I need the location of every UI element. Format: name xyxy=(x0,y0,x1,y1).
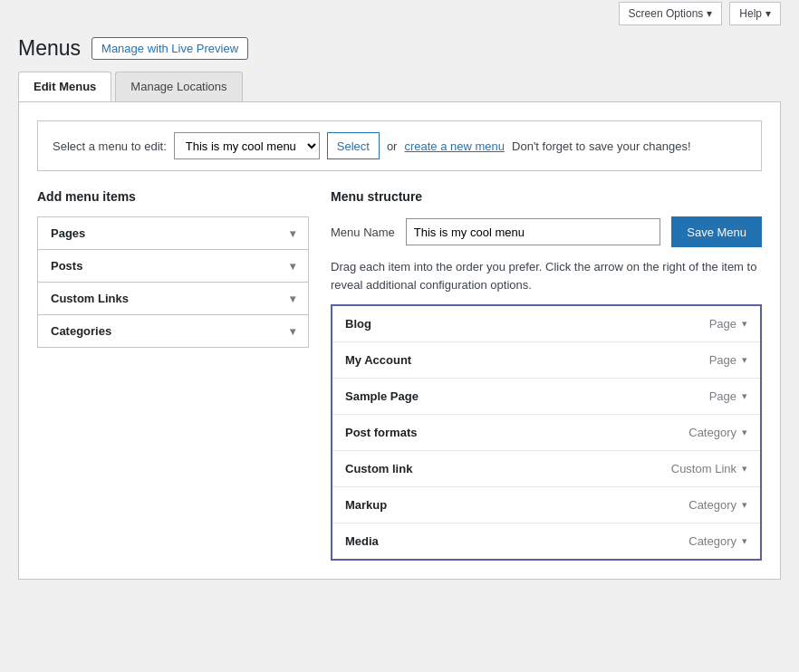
chevron-down-icon-custom-link: ▾ xyxy=(742,463,747,475)
screen-options-button[interactable]: Screen Options ▾ xyxy=(619,2,723,25)
top-bar: Screen Options ▾ Help ▾ xyxy=(0,0,799,27)
menu-item-type-blog: Page ▾ xyxy=(709,317,747,331)
accordion-label-pages: Pages xyxy=(51,226,85,240)
menu-item-type-markup: Category ▾ xyxy=(688,498,747,512)
accordion-header-categories[interactable]: Categories ▾ xyxy=(38,315,308,347)
menu-item-label-custom-link: Custom link xyxy=(345,462,412,475)
menu-item-my-account[interactable]: My Account Page ▾ xyxy=(332,342,760,379)
accordion-arrow-categories: ▾ xyxy=(290,325,295,338)
menu-item-label-my-account: My Account xyxy=(345,353,411,367)
save-menu-button[interactable]: Save Menu xyxy=(671,216,762,247)
accordion-label-categories: Categories xyxy=(51,324,111,338)
menu-name-row: Menu Name Save Menu xyxy=(331,216,762,247)
chevron-down-icon-sample-page: ▾ xyxy=(742,390,747,402)
chevron-down-icon-my-account: ▾ xyxy=(742,354,747,366)
accordion: Pages ▾ Posts ▾ Custom Links ▾ xyxy=(37,216,309,348)
help-button[interactable]: Help ▾ xyxy=(729,2,781,25)
hint-text: Don't forget to save your changes! xyxy=(512,139,691,153)
select-menu-bar: Select a menu to edit: This is my cool m… xyxy=(37,120,762,171)
menu-item-custom-link[interactable]: Custom link Custom Link ▾ xyxy=(332,451,760,487)
chevron-down-icon-media: ▾ xyxy=(742,535,747,547)
menu-item-type-text-media: Category xyxy=(688,534,736,548)
live-preview-button[interactable]: Manage with Live Preview xyxy=(91,37,248,60)
menu-item-type-text-blog: Page xyxy=(709,317,736,331)
page-title-row: Menus Manage with Live Preview xyxy=(18,36,781,61)
add-menu-items-panel: Add menu items Pages ▾ Posts ▾ xyxy=(37,189,309,348)
menu-name-input[interactable] xyxy=(406,218,660,245)
drag-hint: Drag each item into the order you prefer… xyxy=(331,258,762,293)
menu-item-sample-page[interactable]: Sample Page Page ▾ xyxy=(332,379,760,415)
tab-manage-locations[interactable]: Manage Locations xyxy=(115,72,242,101)
accordion-posts: Posts ▾ xyxy=(37,249,309,282)
menu-item-type-text-my-account: Page xyxy=(709,353,736,367)
menu-item-type-post-formats: Category ▾ xyxy=(688,426,747,439)
menu-item-media[interactable]: Media Category ▾ xyxy=(332,523,760,559)
menu-item-label-markup: Markup xyxy=(345,498,387,512)
accordion-categories: Categories ▾ xyxy=(37,314,309,348)
menu-item-type-text-post-formats: Category xyxy=(688,426,736,439)
menu-item-type-text-markup: Category xyxy=(688,498,736,512)
page-wrapper: Menus Manage with Live Preview Edit Menu… xyxy=(0,27,799,598)
menu-item-type-media: Category ▾ xyxy=(688,534,747,548)
page-title: Menus xyxy=(18,36,81,61)
menu-item-type-custom-link: Custom Link ▾ xyxy=(671,462,747,475)
main-layout: Add menu items Pages ▾ Posts ▾ xyxy=(37,189,762,561)
menu-item-label-sample-page: Sample Page xyxy=(345,389,419,403)
accordion-label-posts: Posts xyxy=(51,259,82,273)
accordion-label-custom-links: Custom Links xyxy=(51,292,129,305)
tabs-container: Edit Menus Manage Locations xyxy=(18,72,781,101)
or-text: or xyxy=(387,139,398,153)
accordion-header-pages[interactable]: Pages ▾ xyxy=(38,217,308,249)
accordion-header-posts[interactable]: Posts ▾ xyxy=(38,250,308,282)
accordion-header-custom-links[interactable]: Custom Links ▾ xyxy=(38,283,308,314)
chevron-down-icon-post-formats: ▾ xyxy=(742,427,747,438)
menu-item-post-formats[interactable]: Post formats Category ▾ xyxy=(332,415,760,451)
tab-edit-menus[interactable]: Edit Menus xyxy=(18,72,111,101)
add-items-title: Add menu items xyxy=(37,189,309,204)
help-label: Help xyxy=(739,7,762,20)
help-arrow: ▾ xyxy=(765,7,771,20)
accordion-arrow-custom-links: ▾ xyxy=(290,293,295,305)
menu-item-type-sample-page: Page ▾ xyxy=(709,389,747,403)
menu-item-label-media: Media xyxy=(345,534,379,548)
accordion-custom-links: Custom Links ▾ xyxy=(37,282,309,314)
select-menu-button[interactable]: Select xyxy=(327,132,380,159)
menu-structure-panel: Menu structure Menu Name Save Menu Drag … xyxy=(331,189,762,561)
menu-select-dropdown[interactable]: This is my cool menu xyxy=(174,132,320,159)
menu-items-box: Blog Page ▾ My Account Page ▾ xyxy=(331,304,762,561)
menu-item-markup[interactable]: Markup Category ▾ xyxy=(332,487,760,523)
select-menu-label: Select a menu to edit: xyxy=(53,139,167,153)
screen-options-label: Screen Options xyxy=(629,7,704,20)
menu-item-type-text-custom-link: Custom Link xyxy=(671,462,736,475)
create-new-menu-link[interactable]: create a new menu xyxy=(404,139,505,153)
chevron-down-icon-blog: ▾ xyxy=(742,318,747,330)
menu-name-label: Menu Name xyxy=(331,226,395,239)
chevron-down-icon-markup: ▾ xyxy=(742,499,747,511)
menu-item-label-blog: Blog xyxy=(345,317,371,331)
accordion-pages: Pages ▾ xyxy=(37,216,309,249)
content-area: Select a menu to edit: This is my cool m… xyxy=(18,101,781,580)
accordion-arrow-posts: ▾ xyxy=(290,260,295,273)
menu-item-type-text-sample-page: Page xyxy=(709,389,736,403)
menu-item-blog[interactable]: Blog Page ▾ xyxy=(332,306,760,342)
menu-item-label-post-formats: Post formats xyxy=(345,426,417,439)
menu-item-type-my-account: Page ▾ xyxy=(709,353,747,367)
accordion-arrow-pages: ▾ xyxy=(290,227,295,240)
screen-options-arrow: ▾ xyxy=(707,7,712,20)
menu-structure-title: Menu structure xyxy=(331,189,762,204)
